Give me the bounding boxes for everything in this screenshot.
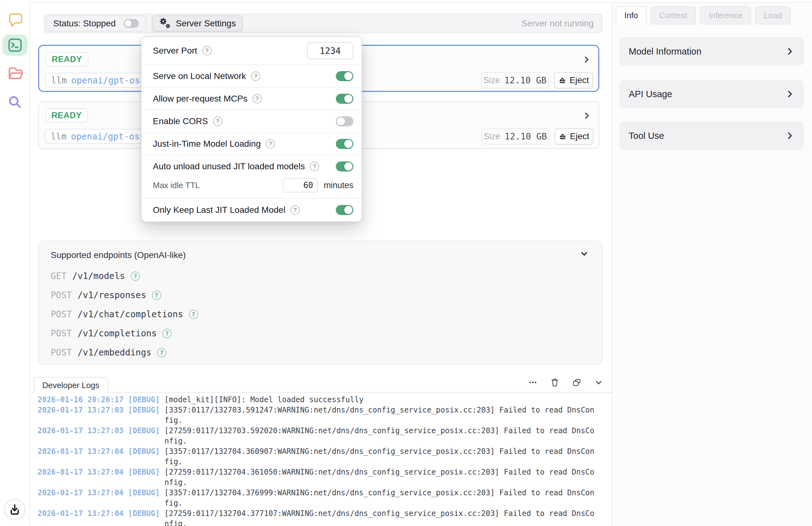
help-icon[interactable]: ?	[162, 329, 172, 338]
sidebar-item-developer[interactable]	[2, 34, 28, 56]
help-icon[interactable]: ?	[202, 46, 212, 56]
log-line: 2026-01-17 13:27:04 [DEBUG] [3357:0117/1…	[38, 446, 597, 467]
log-line: 2026-01-17 13:27:04 [DEBUG] [27259:0117/…	[38, 467, 597, 488]
endpoint-path: /v1/embeddings	[77, 347, 151, 358]
chevron-right-icon[interactable]	[582, 111, 591, 120]
endpoint-method: POST	[51, 290, 72, 300]
ttl-input[interactable]	[283, 178, 318, 193]
eject-icon	[558, 76, 566, 84]
help-icon[interactable]: ?	[310, 162, 319, 171]
log-line: 2026-01-17 13:27:04 [DEBUG] [3357:0117/1…	[38, 488, 597, 509]
help-icon[interactable]: ?	[266, 139, 275, 148]
developer-logs-label: Developer Logs	[42, 381, 99, 390]
help-icon[interactable]: ?	[152, 290, 161, 300]
model-type-label: llm	[51, 131, 67, 142]
setting-label: Only Keep Last JIT Loaded Model	[153, 205, 285, 215]
status-badge: READY	[45, 52, 88, 67]
endpoint-path: /v1/models	[72, 271, 125, 281]
jit-loading-toggle[interactable]	[336, 139, 353, 149]
model-identifier-pill[interactable]: llm openai/gpt-oss-2	[45, 73, 156, 88]
endpoints-list: GET /v1/models ? POST /v1/responses ? PO…	[51, 267, 589, 362]
log-console[interactable]: 2026-01-16 20:26:17 [DEBUG] [model_kit][…	[38, 395, 597, 526]
eject-label: Eject	[569, 75, 589, 85]
help-icon[interactable]: ?	[251, 71, 260, 81]
sidebar-item-chat[interactable]	[2, 9, 28, 30]
setting-label: Enable CORS	[153, 116, 208, 126]
section-api-usage[interactable]: API Usage	[619, 80, 804, 109]
downloads-button[interactable]	[4, 499, 25, 520]
help-icon[interactable]: ?	[252, 94, 262, 103]
server-settings-button[interactable]: Server Settings	[152, 15, 243, 32]
chat-bubble-icon	[7, 11, 23, 28]
setting-row-server-port: Server Port?	[142, 37, 362, 65]
tab-load[interactable]: Load	[755, 6, 791, 25]
endpoint-method: GET	[51, 271, 67, 281]
eject-label: Eject	[570, 131, 589, 141]
search-icon	[7, 94, 23, 110]
size-value: 12.10 GB	[504, 75, 547, 86]
sidebar-item-discover[interactable]	[2, 91, 28, 113]
endpoint-method: POST	[51, 328, 72, 339]
tab-info[interactable]: Info	[615, 6, 647, 25]
auto-unload-toggle[interactable]	[336, 161, 353, 171]
endpoint-method: POST	[51, 309, 72, 319]
endpoint-row: POST /v1/completions ?	[51, 324, 589, 343]
local-network-toggle[interactable]	[336, 71, 353, 81]
ttl-label: Max idle TTL	[153, 181, 283, 190]
log-line: 2026-01-17 13:27:03 [DEBUG] [3357:0117/1…	[38, 405, 597, 426]
model-identifier-pill[interactable]: llm openai/gpt-oss-2	[45, 129, 155, 144]
terminal-icon	[7, 37, 23, 53]
tab-label: Inference	[709, 11, 742, 20]
setting-row-local-network: Serve on Local Network?	[142, 65, 362, 87]
section-title: Tool Use	[629, 131, 664, 141]
tab-label: Load	[764, 11, 782, 20]
download-icon	[9, 503, 21, 516]
setting-label: Auto unload unused JIT loaded models	[153, 161, 305, 171]
per-request-mcps-toggle[interactable]	[336, 94, 353, 104]
server-start-toggle[interactable]	[124, 19, 139, 28]
chevron-down-icon[interactable]	[579, 249, 589, 259]
endpoint-row: GET /v1/models ?	[51, 267, 589, 286]
gears-icon	[159, 17, 171, 30]
help-icon[interactable]: ?	[213, 117, 222, 126]
trash-icon[interactable]	[550, 378, 560, 387]
tab-label: Context	[659, 11, 687, 20]
setting-subrow-ttl: Max idle TTL minutes	[142, 177, 362, 198]
cors-toggle[interactable]	[336, 116, 353, 126]
log-line: 2026-01-17 13:27:03 [DEBUG] [27259:0117/…	[38, 426, 597, 446]
setting-label: Allow per-request MCPs	[153, 94, 247, 104]
help-icon[interactable]: ?	[189, 310, 198, 319]
section-model-information[interactable]: Model Information	[619, 37, 804, 66]
app-root: Status: Stopped Server Settings Server n…	[0, 0, 812, 526]
endpoint-row: POST /v1/chat/completions ?	[51, 305, 589, 324]
help-icon[interactable]: ?	[290, 205, 300, 215]
setting-row-mcps: Allow per-request MCPs?	[142, 87, 362, 110]
keep-last-jit-toggle[interactable]	[336, 205, 353, 215]
sidebar-item-my-models[interactable]	[2, 63, 28, 84]
logs-top-divider	[31, 392, 612, 393]
copy-icon[interactable]	[572, 378, 581, 387]
setting-row-auto-unload: Auto unload unused JIT loaded models?	[142, 155, 362, 177]
endpoints-title: Supported endpoints (OpenAI-like)	[51, 250, 186, 260]
chevron-right-icon	[785, 131, 795, 140]
help-icon[interactable]: ?	[131, 271, 140, 281]
collapse-logs-icon[interactable]	[594, 378, 603, 387]
sidebar	[0, 0, 30, 526]
endpoint-path: /v1/chat/completions	[77, 309, 183, 319]
eject-button[interactable]: Eject	[554, 72, 593, 88]
server-port-input[interactable]	[307, 42, 353, 59]
ttl-unit: minutes	[324, 181, 353, 190]
endpoint-path: /v1/completions	[77, 328, 157, 339]
more-options-icon[interactable]	[528, 378, 538, 387]
developer-logs-tab[interactable]: Developer Logs	[33, 377, 108, 393]
tab-inference[interactable]: Inference	[700, 6, 751, 25]
inspector-panel: Info Context Inference Load Model Inform…	[612, 3, 812, 526]
supported-endpoints-panel: Supported endpoints (OpenAI-like) GET /v…	[38, 241, 603, 365]
tab-context[interactable]: Context	[650, 6, 696, 25]
server-state-text: Server not running	[522, 18, 594, 29]
setting-row-jit: Just-in-Time Model Loading?	[142, 132, 362, 155]
section-tool-use[interactable]: Tool Use	[619, 121, 804, 150]
chevron-right-icon[interactable]	[582, 55, 591, 64]
eject-button[interactable]: Eject	[554, 128, 593, 144]
help-icon[interactable]: ?	[157, 348, 166, 357]
